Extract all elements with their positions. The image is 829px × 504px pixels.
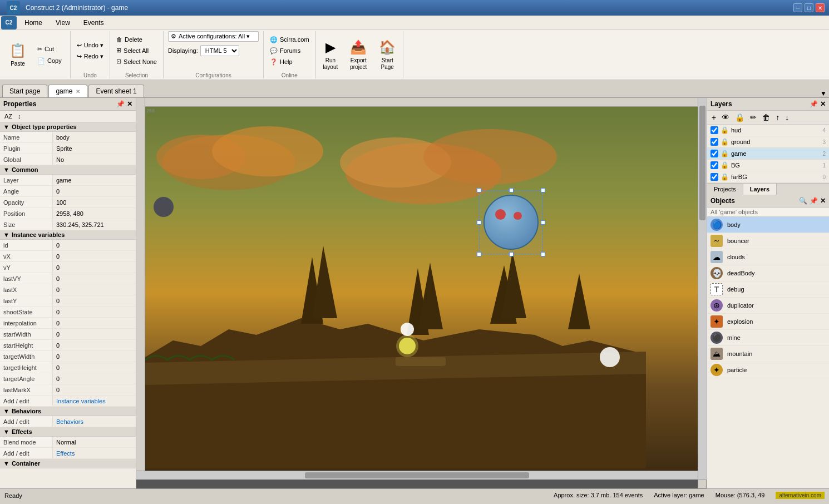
- obj-duplicator[interactable]: ⊛ duplicator: [707, 298, 829, 314]
- help-button[interactable]: ❓ Help: [266, 57, 313, 67]
- handle-tl[interactable]: [477, 188, 481, 192]
- titlebar-controls[interactable]: ─ □ ✕: [793, 3, 825, 12]
- export-project-button[interactable]: 📤 Exportproject: [345, 36, 372, 75]
- canvas-content[interactable]: 268: [145, 107, 698, 480]
- layer-row-game[interactable]: 🔒 game 2: [707, 148, 829, 160]
- menu-home[interactable]: Home: [18, 16, 49, 29]
- prop-add-eff-row[interactable]: Add / edit Effects: [0, 448, 136, 459]
- tab-game[interactable]: game ✕: [48, 85, 87, 97]
- menu-events[interactable]: Events: [77, 16, 111, 29]
- canvas-area[interactable]: 268: [136, 98, 707, 488]
- layers-add-button[interactable]: +: [709, 112, 718, 123]
- select-all-button[interactable]: ⊞ Select All: [112, 45, 161, 56]
- prop-add-beh-link[interactable]: Behaviors: [53, 416, 136, 427]
- prop-add-iv-link[interactable]: Instance variables: [53, 396, 136, 406]
- tab-projects[interactable]: Projects: [707, 184, 743, 195]
- layers-down-button[interactable]: ↓: [783, 112, 791, 123]
- game-canvas[interactable]: 268: [136, 98, 698, 480]
- close-button[interactable]: ✕: [816, 3, 825, 12]
- handle-ml[interactable]: [477, 220, 481, 225]
- prop-ta-row: targetAngle0: [0, 373, 136, 384]
- layer-game-visible[interactable]: [710, 150, 718, 157]
- layer-row-hud[interactable]: 🔒 hud 4: [707, 125, 829, 136]
- section-common[interactable]: ▼ Common: [0, 165, 136, 175]
- active-config-btn[interactable]: ⚙ Active configurations: All ▾: [168, 31, 259, 42]
- layers-up-button[interactable]: ↑: [773, 112, 782, 123]
- section-instance-vars[interactable]: ▼ Instance variables: [0, 230, 136, 240]
- start-page-button[interactable]: 🏠 StartPage: [374, 36, 401, 75]
- layer-row-farbg[interactable]: 🔒 farBG 0: [707, 171, 829, 183]
- objects-search-icon[interactable]: 🔍: [799, 197, 807, 205]
- prop-add-eff-link[interactable]: Effects: [53, 448, 136, 458]
- obj-debug[interactable]: T debug: [707, 281, 829, 298]
- properties-content[interactable]: ▼ Object type properties Name body Plugi…: [0, 122, 136, 488]
- canvas-scrollbar-h[interactable]: [136, 471, 698, 480]
- prop-add-iv-row[interactable]: Add / edit Instance variables: [0, 396, 136, 407]
- properties-pin-icon[interactable]: 📌: [116, 100, 125, 108]
- section-container[interactable]: ▼ Container: [0, 459, 136, 468]
- obj-body[interactable]: 🔵 body: [707, 217, 829, 233]
- scirra-button[interactable]: 🌐 Scirra.com: [266, 34, 313, 45]
- layers-close-icon[interactable]: ✕: [820, 100, 826, 108]
- run-layout-button[interactable]: ▶ Runlayout: [318, 36, 343, 75]
- undo-button[interactable]: ↩ Undo ▾: [73, 40, 107, 51]
- obj-particle[interactable]: ✦ particle: [707, 362, 829, 378]
- section-effects[interactable]: ▼ Effects: [0, 427, 136, 437]
- redo-button[interactable]: ↪ Redo ▾: [73, 51, 107, 62]
- layer-row-bg[interactable]: 🔒 BG 1: [707, 160, 829, 171]
- layers-delete-button[interactable]: 🗑: [760, 112, 772, 123]
- scrollbar-h-thumb[interactable]: [305, 472, 530, 478]
- layer-ground-visible[interactable]: [710, 138, 718, 146]
- selected-object[interactable]: [479, 190, 543, 254]
- paste-button[interactable]: 📋 Paste: [4, 33, 31, 76]
- html5-select[interactable]: HTML 5: [200, 45, 239, 56]
- handle-bc[interactable]: [509, 252, 514, 256]
- prop-lmx-label: lastMarkX: [0, 384, 53, 395]
- scrollbar-v-thumb[interactable]: [699, 106, 705, 220]
- prop-add-beh-row[interactable]: Add / edit Behaviors: [0, 416, 136, 427]
- tab-start-page[interactable]: Start page: [2, 85, 47, 97]
- copy-button[interactable]: 📄 Copy: [33, 56, 66, 66]
- cut-button[interactable]: ✂ Cut: [33, 44, 66, 55]
- section-behaviors[interactable]: ▼ Behaviors: [0, 407, 136, 416]
- obj-clouds[interactable]: ☁ clouds: [707, 249, 829, 265]
- prop-sort-az-button[interactable]: AZ: [2, 112, 14, 121]
- tab-layers[interactable]: Layers: [743, 184, 777, 195]
- handle-mr[interactable]: [541, 220, 545, 225]
- layer-hud-visible[interactable]: [710, 126, 718, 134]
- delete-button[interactable]: 🗑 Delete: [112, 34, 161, 45]
- obj-bouncer[interactable]: ～ bouncer: [707, 233, 829, 249]
- layer-bg-visible[interactable]: [710, 161, 718, 169]
- handle-tr[interactable]: [541, 188, 545, 192]
- select-none-button[interactable]: ⊡ Select None: [112, 56, 161, 67]
- layers-lock-button[interactable]: 🔒: [733, 112, 747, 123]
- obj-deadbody[interactable]: 💀 deadBody: [707, 265, 829, 281]
- menu-view[interactable]: View: [49, 16, 77, 29]
- prop-sort-button[interactable]: ↕: [16, 112, 23, 121]
- obj-mountain[interactable]: ⛰ mountain: [707, 346, 829, 362]
- status-approx: Approx. size: 3.7 mb. 154 events: [554, 492, 643, 499]
- handle-br[interactable]: [541, 252, 545, 256]
- layer-farbg-visible[interactable]: [710, 173, 718, 181]
- maximize-button[interactable]: □: [805, 3, 813, 12]
- properties-close-icon[interactable]: ✕: [127, 100, 132, 108]
- layers-eye-button[interactable]: 👁: [719, 112, 732, 123]
- forums-button[interactable]: 💬 Forums: [266, 46, 313, 56]
- obj-body-icon: 🔵: [710, 219, 723, 231]
- minimize-button[interactable]: ─: [793, 3, 802, 12]
- tab-game-close[interactable]: ✕: [76, 88, 80, 95]
- section-object-type-props[interactable]: ▼ Object type properties: [0, 122, 136, 132]
- layer-row-ground[interactable]: 🔒 ground 3: [707, 136, 829, 148]
- canvas-scrollbar-v[interactable]: [698, 98, 707, 480]
- handle-bl[interactable]: [477, 252, 481, 256]
- layers-pin-icon[interactable]: 📌: [810, 100, 818, 108]
- tab-event-sheet-1[interactable]: Event sheet 1: [88, 85, 144, 97]
- obj-explosion[interactable]: ✦ explosion: [707, 314, 829, 330]
- obj-mine[interactable]: ⚫ mine: [707, 330, 829, 346]
- objects-pin-icon[interactable]: 📌: [810, 197, 818, 205]
- handle-tc[interactable]: [509, 188, 514, 192]
- layers-edit-button[interactable]: ✏: [748, 112, 759, 123]
- tab-dropdown[interactable]: ▼: [820, 90, 827, 97]
- objects-close-icon[interactable]: ✕: [820, 197, 826, 205]
- app-menu-logo[interactable]: C2: [1, 16, 17, 29]
